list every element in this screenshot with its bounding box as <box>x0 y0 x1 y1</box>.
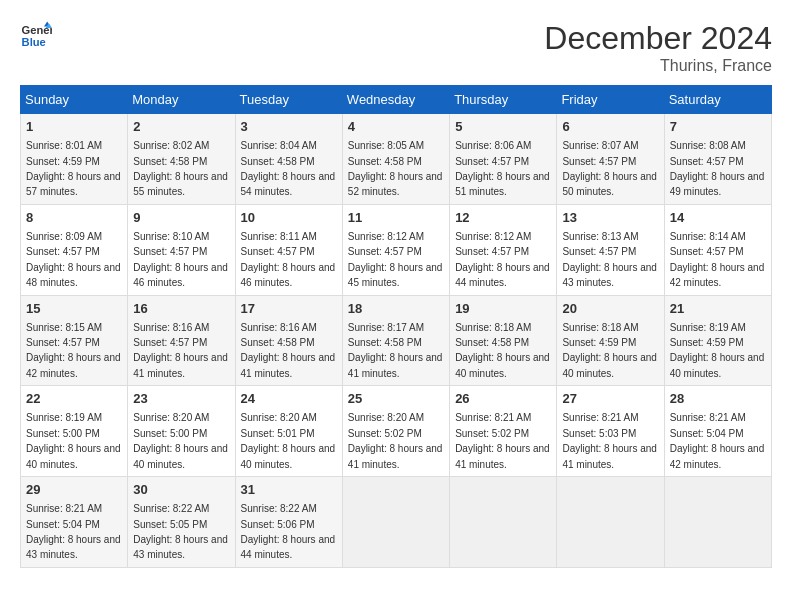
calendar-day-cell: 8 Sunrise: 8:09 AMSunset: 4:57 PMDayligh… <box>21 204 128 295</box>
day-detail: Sunrise: 8:12 AMSunset: 4:57 PMDaylight:… <box>455 231 550 288</box>
day-detail: Sunrise: 8:10 AMSunset: 4:57 PMDaylight:… <box>133 231 228 288</box>
calendar-day-cell: 26 Sunrise: 8:21 AMSunset: 5:02 PMDaylig… <box>450 386 557 477</box>
calendar-table: SundayMondayTuesdayWednesdayThursdayFrid… <box>20 85 772 568</box>
day-detail: Sunrise: 8:22 AMSunset: 5:06 PMDaylight:… <box>241 503 336 560</box>
day-number: 21 <box>670 300 766 318</box>
calendar-day-cell: 7 Sunrise: 8:08 AMSunset: 4:57 PMDayligh… <box>664 114 771 205</box>
day-detail: Sunrise: 8:09 AMSunset: 4:57 PMDaylight:… <box>26 231 121 288</box>
day-detail: Sunrise: 8:15 AMSunset: 4:57 PMDaylight:… <box>26 322 121 379</box>
weekday-header: Tuesday <box>235 86 342 114</box>
day-detail: Sunrise: 8:14 AMSunset: 4:57 PMDaylight:… <box>670 231 765 288</box>
weekday-header: Thursday <box>450 86 557 114</box>
day-detail: Sunrise: 8:21 AMSunset: 5:04 PMDaylight:… <box>670 412 765 469</box>
calendar-day-cell: 23 Sunrise: 8:20 AMSunset: 5:00 PMDaylig… <box>128 386 235 477</box>
day-detail: Sunrise: 8:21 AMSunset: 5:04 PMDaylight:… <box>26 503 121 560</box>
calendar-day-cell: 2 Sunrise: 8:02 AMSunset: 4:58 PMDayligh… <box>128 114 235 205</box>
day-detail: Sunrise: 8:21 AMSunset: 5:02 PMDaylight:… <box>455 412 550 469</box>
calendar-week-row: 8 Sunrise: 8:09 AMSunset: 4:57 PMDayligh… <box>21 204 772 295</box>
day-detail: Sunrise: 8:08 AMSunset: 4:57 PMDaylight:… <box>670 140 765 197</box>
calendar-day-cell <box>557 477 664 568</box>
day-number: 15 <box>26 300 122 318</box>
calendar-day-cell: 12 Sunrise: 8:12 AMSunset: 4:57 PMDaylig… <box>450 204 557 295</box>
weekday-header: Wednesday <box>342 86 449 114</box>
day-number: 20 <box>562 300 658 318</box>
calendar-day-cell: 19 Sunrise: 8:18 AMSunset: 4:58 PMDaylig… <box>450 295 557 386</box>
day-detail: Sunrise: 8:18 AMSunset: 4:58 PMDaylight:… <box>455 322 550 379</box>
calendar-day-cell: 31 Sunrise: 8:22 AMSunset: 5:06 PMDaylig… <box>235 477 342 568</box>
calendar-day-cell: 28 Sunrise: 8:21 AMSunset: 5:04 PMDaylig… <box>664 386 771 477</box>
day-number: 1 <box>26 118 122 136</box>
day-detail: Sunrise: 8:11 AMSunset: 4:57 PMDaylight:… <box>241 231 336 288</box>
day-number: 14 <box>670 209 766 227</box>
calendar-day-cell: 18 Sunrise: 8:17 AMSunset: 4:58 PMDaylig… <box>342 295 449 386</box>
calendar-day-cell: 29 Sunrise: 8:21 AMSunset: 5:04 PMDaylig… <box>21 477 128 568</box>
calendar-day-cell: 21 Sunrise: 8:19 AMSunset: 4:59 PMDaylig… <box>664 295 771 386</box>
day-detail: Sunrise: 8:12 AMSunset: 4:57 PMDaylight:… <box>348 231 443 288</box>
page-header: General Blue December 2024 Thurins, Fran… <box>20 20 772 75</box>
day-detail: Sunrise: 8:16 AMSunset: 4:58 PMDaylight:… <box>241 322 336 379</box>
day-number: 28 <box>670 390 766 408</box>
day-number: 26 <box>455 390 551 408</box>
calendar-day-cell: 22 Sunrise: 8:19 AMSunset: 5:00 PMDaylig… <box>21 386 128 477</box>
weekday-header: Monday <box>128 86 235 114</box>
calendar-day-cell: 15 Sunrise: 8:15 AMSunset: 4:57 PMDaylig… <box>21 295 128 386</box>
calendar-day-cell: 6 Sunrise: 8:07 AMSunset: 4:57 PMDayligh… <box>557 114 664 205</box>
day-detail: Sunrise: 8:05 AMSunset: 4:58 PMDaylight:… <box>348 140 443 197</box>
location-title: Thurins, France <box>544 57 772 75</box>
logo-icon: General Blue <box>20 20 52 52</box>
calendar-day-cell: 27 Sunrise: 8:21 AMSunset: 5:03 PMDaylig… <box>557 386 664 477</box>
day-detail: Sunrise: 8:13 AMSunset: 4:57 PMDaylight:… <box>562 231 657 288</box>
calendar-day-cell: 11 Sunrise: 8:12 AMSunset: 4:57 PMDaylig… <box>342 204 449 295</box>
calendar-day-cell: 24 Sunrise: 8:20 AMSunset: 5:01 PMDaylig… <box>235 386 342 477</box>
logo: General Blue <box>20 20 52 52</box>
calendar-week-row: 29 Sunrise: 8:21 AMSunset: 5:04 PMDaylig… <box>21 477 772 568</box>
svg-text:Blue: Blue <box>22 36 46 48</box>
day-detail: Sunrise: 8:02 AMSunset: 4:58 PMDaylight:… <box>133 140 228 197</box>
month-title: December 2024 <box>544 20 772 57</box>
day-number: 3 <box>241 118 337 136</box>
day-number: 19 <box>455 300 551 318</box>
day-detail: Sunrise: 8:22 AMSunset: 5:05 PMDaylight:… <box>133 503 228 560</box>
day-number: 25 <box>348 390 444 408</box>
day-number: 9 <box>133 209 229 227</box>
day-number: 7 <box>670 118 766 136</box>
day-number: 31 <box>241 481 337 499</box>
day-detail: Sunrise: 8:06 AMSunset: 4:57 PMDaylight:… <box>455 140 550 197</box>
day-detail: Sunrise: 8:01 AMSunset: 4:59 PMDaylight:… <box>26 140 121 197</box>
day-detail: Sunrise: 8:04 AMSunset: 4:58 PMDaylight:… <box>241 140 336 197</box>
weekday-header: Saturday <box>664 86 771 114</box>
day-number: 27 <box>562 390 658 408</box>
day-number: 17 <box>241 300 337 318</box>
calendar-day-cell: 3 Sunrise: 8:04 AMSunset: 4:58 PMDayligh… <box>235 114 342 205</box>
day-detail: Sunrise: 8:20 AMSunset: 5:01 PMDaylight:… <box>241 412 336 469</box>
day-detail: Sunrise: 8:20 AMSunset: 5:02 PMDaylight:… <box>348 412 443 469</box>
day-number: 11 <box>348 209 444 227</box>
day-number: 23 <box>133 390 229 408</box>
day-number: 4 <box>348 118 444 136</box>
calendar-day-cell: 13 Sunrise: 8:13 AMSunset: 4:57 PMDaylig… <box>557 204 664 295</box>
day-number: 24 <box>241 390 337 408</box>
calendar-day-cell: 14 Sunrise: 8:14 AMSunset: 4:57 PMDaylig… <box>664 204 771 295</box>
day-detail: Sunrise: 8:07 AMSunset: 4:57 PMDaylight:… <box>562 140 657 197</box>
day-detail: Sunrise: 8:19 AMSunset: 5:00 PMDaylight:… <box>26 412 121 469</box>
title-area: December 2024 Thurins, France <box>544 20 772 75</box>
day-detail: Sunrise: 8:17 AMSunset: 4:58 PMDaylight:… <box>348 322 443 379</box>
calendar-day-cell: 5 Sunrise: 8:06 AMSunset: 4:57 PMDayligh… <box>450 114 557 205</box>
calendar-day-cell: 4 Sunrise: 8:05 AMSunset: 4:58 PMDayligh… <box>342 114 449 205</box>
weekday-header: Sunday <box>21 86 128 114</box>
calendar-header-row: SundayMondayTuesdayWednesdayThursdayFrid… <box>21 86 772 114</box>
calendar-day-cell: 1 Sunrise: 8:01 AMSunset: 4:59 PMDayligh… <box>21 114 128 205</box>
day-number: 18 <box>348 300 444 318</box>
weekday-header: Friday <box>557 86 664 114</box>
calendar-day-cell: 30 Sunrise: 8:22 AMSunset: 5:05 PMDaylig… <box>128 477 235 568</box>
day-detail: Sunrise: 8:18 AMSunset: 4:59 PMDaylight:… <box>562 322 657 379</box>
day-number: 29 <box>26 481 122 499</box>
calendar-day-cell: 17 Sunrise: 8:16 AMSunset: 4:58 PMDaylig… <box>235 295 342 386</box>
day-detail: Sunrise: 8:19 AMSunset: 4:59 PMDaylight:… <box>670 322 765 379</box>
calendar-week-row: 15 Sunrise: 8:15 AMSunset: 4:57 PMDaylig… <box>21 295 772 386</box>
calendar-day-cell: 20 Sunrise: 8:18 AMSunset: 4:59 PMDaylig… <box>557 295 664 386</box>
day-number: 2 <box>133 118 229 136</box>
day-number: 5 <box>455 118 551 136</box>
calendar-day-cell <box>450 477 557 568</box>
day-number: 16 <box>133 300 229 318</box>
